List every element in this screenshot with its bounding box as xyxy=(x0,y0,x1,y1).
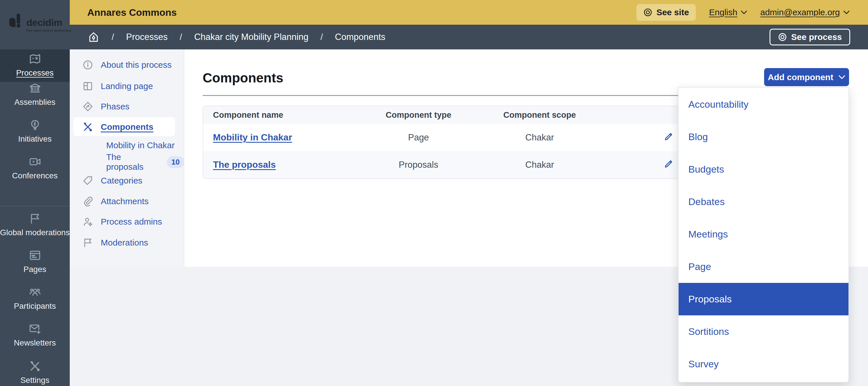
subnav-item-label: Attachments xyxy=(101,197,149,206)
paperclip-icon xyxy=(82,196,94,207)
organization-title: Annares Commons xyxy=(87,7,177,18)
column-header-scope: Component scope xyxy=(477,106,602,124)
component-link[interactable]: Mobility in Chakar xyxy=(213,132,292,143)
dropdown-item-budgets[interactable]: Budgets xyxy=(679,153,848,185)
chevron-down-icon xyxy=(843,10,849,14)
breadcrumb-item-components[interactable]: Components xyxy=(335,32,385,42)
subnav-item-label: Mobility in Chakar xyxy=(106,141,175,150)
see-process-button[interactable]: See process xyxy=(770,29,850,46)
subnav-item-moderations[interactable]: Moderations xyxy=(70,234,184,251)
account-label: admin@example.org xyxy=(761,7,840,17)
sidebar-item-label: Initiatives xyxy=(18,135,52,144)
info-icon xyxy=(82,59,94,71)
top-bar: Annares Commons See site English admin@e… xyxy=(70,0,868,25)
edit-component-button[interactable] xyxy=(663,158,674,169)
chevron-down-icon xyxy=(838,75,845,79)
sidebar-item-conferences[interactable]: Conferences xyxy=(0,153,70,186)
sidebar-item-settings[interactable]: Settings xyxy=(0,357,70,386)
decidim-admin-page: decidim free open-source democracy Annar… xyxy=(0,0,868,386)
subnav-item-label: Landing page xyxy=(101,81,153,91)
pencil-icon xyxy=(663,158,674,169)
column-header-name: Component name xyxy=(203,106,360,124)
subnav-item-label: About this process xyxy=(101,60,172,70)
breadcrumb-separator: / xyxy=(112,32,114,42)
subnav-item-phases[interactable]: Phases xyxy=(70,98,184,115)
sidebar-item-initiatives[interactable]: Initiatives xyxy=(0,116,70,149)
component-scope-cell: Chakar xyxy=(477,124,602,151)
user-gear-icon xyxy=(82,216,94,228)
see-site-label: See site xyxy=(656,7,689,17)
see-site-button[interactable]: See site xyxy=(637,4,696,21)
dropdown-item-proposals[interactable]: Proposals xyxy=(679,283,848,315)
dropdown-item-debates[interactable]: Debates xyxy=(679,185,848,218)
direction-sign-icon xyxy=(82,101,94,112)
layout-icon xyxy=(82,81,94,92)
sidebar-item-label: Processes xyxy=(16,68,54,78)
chevron-down-icon xyxy=(741,10,747,14)
sidebar-item-participants[interactable]: Participants xyxy=(0,283,70,317)
eye-icon xyxy=(643,8,652,17)
tools-icon xyxy=(28,360,42,373)
tools-icon xyxy=(82,121,94,133)
component-type-cell: Proposals xyxy=(360,151,477,178)
bank-icon xyxy=(28,82,42,95)
dropdown-item-page[interactable]: Page xyxy=(679,250,848,283)
page-title: Components xyxy=(203,70,283,86)
subnav-item-process-admins[interactable]: Process admins xyxy=(70,213,184,230)
lightbulb-bolt-icon xyxy=(28,118,42,131)
subnav-item-about[interactable]: About this process xyxy=(70,57,184,73)
map-icon xyxy=(28,52,42,65)
add-component-dropdown: Accountability Blog Budgets Debates Meet… xyxy=(678,87,849,383)
flag-icon xyxy=(28,212,42,225)
breadcrumb: / Processes / Chakar city Mobility Plann… xyxy=(70,25,868,50)
sidebar-item-label: Global moderations xyxy=(0,228,70,237)
add-component-button[interactable]: Add component xyxy=(764,68,849,86)
account-menu[interactable]: admin@example.org xyxy=(761,7,849,17)
sidebar-item-global-moderations[interactable]: Global moderations xyxy=(0,210,70,243)
decidim-logo[interactable]: decidim free open-source democracy xyxy=(0,0,70,50)
language-selector[interactable]: English xyxy=(709,7,747,17)
pencil-icon xyxy=(663,131,674,142)
sidebar-divider xyxy=(0,206,70,207)
browser-icon xyxy=(28,249,42,262)
video-camera-icon xyxy=(28,155,42,168)
add-component-label: Add component xyxy=(768,72,833,82)
admin-sidebar: Processes Assemblies Init xyxy=(0,50,70,386)
sidebar-item-assemblies[interactable]: Assemblies xyxy=(0,79,70,113)
sidebar-item-processes[interactable]: Processes xyxy=(0,50,70,82)
process-subnav: About this process Landing page Phases xyxy=(70,50,184,267)
subnav-item-mobility-in-chakar[interactable]: Mobility in Chakar xyxy=(70,137,184,154)
decidim-logo-glyph-icon xyxy=(9,14,24,27)
column-header-type: Component type xyxy=(360,106,477,124)
subnav-item-the-proposals[interactable]: The proposals 10 xyxy=(70,154,184,170)
dropdown-item-accountability[interactable]: Accountability xyxy=(679,88,848,121)
breadcrumb-item-process[interactable]: Chakar city Mobility Planning xyxy=(194,32,308,42)
subnav-item-label: The proposals xyxy=(106,152,159,172)
edit-component-button[interactable] xyxy=(663,131,674,142)
sidebar-item-label: Assemblies xyxy=(14,98,55,107)
see-process-label: See process xyxy=(791,32,842,42)
subnav-item-label: Moderations xyxy=(101,238,148,247)
sidebar-item-label: Pages xyxy=(24,265,46,274)
subnav-item-label: Process admins xyxy=(101,217,162,227)
dropdown-item-meetings[interactable]: Meetings xyxy=(679,218,848,250)
subnav-item-categories[interactable]: Categories xyxy=(70,172,184,189)
dropdown-item-survey[interactable]: Survey xyxy=(679,348,848,380)
dropdown-item-blog[interactable]: Blog xyxy=(679,121,848,153)
breadcrumb-item-processes[interactable]: Processes xyxy=(126,32,167,42)
people-icon xyxy=(28,286,42,299)
sidebar-item-pages[interactable]: Pages xyxy=(0,246,70,280)
decidim-tagline: free open-source democracy xyxy=(26,29,71,32)
sidebar-item-newsletters[interactable]: Newsletters xyxy=(0,320,70,353)
subnav-item-attachments[interactable]: Attachments xyxy=(70,193,184,210)
component-link[interactable]: The proposals xyxy=(213,159,276,170)
subnav-item-label: Phases xyxy=(101,102,129,112)
subnav-item-landing-page[interactable]: Landing page xyxy=(70,78,184,94)
subnav-item-components[interactable]: Components xyxy=(70,119,184,135)
subnav-item-label: Components xyxy=(101,122,153,132)
home-icon[interactable] xyxy=(88,31,100,43)
flag-icon xyxy=(82,237,94,248)
dropdown-item-sortitions[interactable]: Sortitions xyxy=(679,315,848,348)
component-scope-cell: Chakar xyxy=(477,151,602,178)
component-type-cell: Page xyxy=(360,124,477,151)
